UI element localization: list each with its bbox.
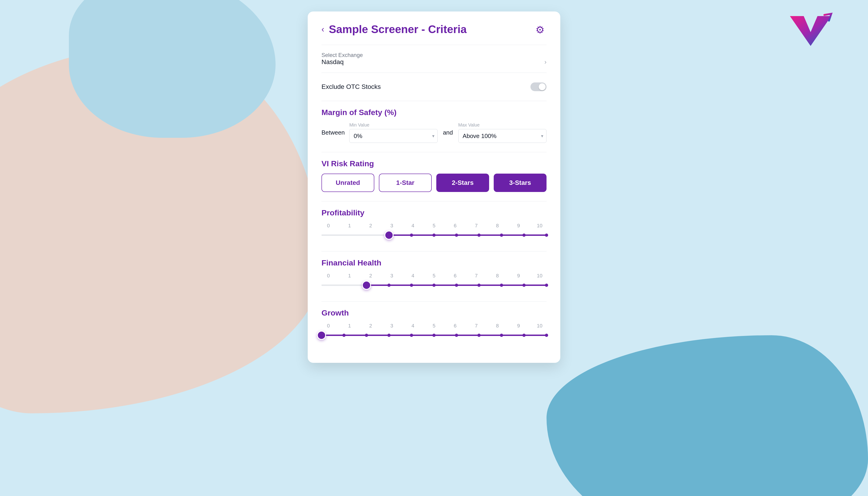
fh-num-3: 3 — [385, 273, 399, 279]
prof-inactive-fill — [322, 234, 389, 236]
fh-num-2: 2 — [364, 273, 377, 279]
gr-num-10: 10 — [533, 323, 546, 329]
background-blob-3 — [69, 0, 276, 138]
and-label: and — [442, 129, 454, 136]
fh-dot-10 — [545, 283, 548, 287]
gr-dot-2 — [365, 334, 368, 337]
fh-dot-7 — [477, 283, 481, 287]
prof-num-6: 6 — [448, 223, 462, 229]
max-label: Max Value — [458, 122, 546, 128]
gr-num-1: 1 — [343, 323, 356, 329]
exchange-chevron-icon: › — [544, 58, 546, 66]
unrated-button[interactable]: Unrated — [322, 174, 374, 192]
profitability-section: Profitability 0 1 2 3 4 5 6 7 8 9 10 — [322, 208, 546, 240]
rating-buttons-row: Unrated 1-Star 2-Stars 3-Stars — [322, 174, 546, 192]
gr-dot-9 — [523, 334, 526, 337]
fh-num-10: 10 — [533, 273, 546, 279]
max-value-wrapper: Max Value Above 100% ▾ — [458, 122, 546, 143]
risk-heading: VI Risk Rating — [322, 159, 546, 168]
gr-dot-6 — [455, 334, 458, 337]
exchange-row[interactable]: Nasdaq › — [322, 58, 546, 66]
financial-health-track-container[interactable] — [322, 281, 546, 290]
vi-risk-rating-section: VI Risk Rating Unrated 1-Star 2-Stars 3-… — [322, 159, 546, 192]
prof-num-7: 7 — [469, 223, 483, 229]
header-left: ‹ Sample Screener - Criteria — [322, 23, 467, 35]
card-header: ‹ Sample Screener - Criteria ⚙ — [322, 23, 546, 35]
gr-dot-3 — [387, 334, 391, 337]
margin-of-safety-section: Margin of Safety (%) Between Min Value 0… — [322, 108, 546, 143]
prof-dot-9 — [523, 234, 526, 237]
fh-dot-4 — [410, 283, 413, 287]
growth-track-container[interactable] — [322, 331, 546, 340]
profitability-track-container[interactable] — [322, 231, 546, 240]
fh-dot-6 — [455, 283, 458, 287]
financial-health-track — [322, 284, 546, 286]
profitability-track — [322, 234, 546, 236]
prof-num-8: 8 — [491, 223, 504, 229]
exchange-value: Nasdaq — [322, 58, 344, 66]
financial-health-heading: Financial Health — [322, 258, 546, 267]
min-value-wrapper: Min Value 0% ▾ — [349, 122, 437, 143]
gr-dot-4 — [410, 334, 413, 337]
2-stars-button[interactable]: 2-Stars — [436, 174, 489, 192]
gr-dot-10 — [545, 334, 548, 337]
prof-dot-6 — [455, 234, 458, 237]
logo-area — [776, 9, 845, 50]
min-label: Min Value — [349, 122, 437, 128]
financial-health-numbers: 0 1 2 3 4 5 6 7 8 9 10 — [322, 273, 546, 279]
fh-dot-5 — [432, 283, 436, 287]
prof-num-10: 10 — [533, 223, 546, 229]
financial-health-thumb[interactable] — [362, 281, 371, 290]
gr-num-7: 7 — [469, 323, 483, 329]
min-dropdown-container: 0% ▾ — [349, 129, 437, 143]
gr-num-3: 3 — [385, 323, 399, 329]
prof-dot-10 — [545, 234, 548, 237]
fh-num-1: 1 — [343, 273, 356, 279]
fh-num-6: 6 — [448, 273, 462, 279]
fh-num-8: 8 — [491, 273, 504, 279]
fh-num-0: 0 — [322, 273, 335, 279]
financial-health-section: Financial Health 0 1 2 3 4 5 6 7 8 9 10 — [322, 258, 546, 290]
exchange-section: Select Exchange Nasdaq › — [322, 52, 546, 66]
exchange-label: Select Exchange — [322, 52, 546, 58]
profitability-thumb[interactable] — [384, 231, 393, 240]
profitability-heading: Profitability — [322, 208, 546, 217]
prof-num-3: 3 — [385, 223, 399, 229]
otc-label: Exclude OTC Stocks — [322, 83, 381, 91]
profitability-numbers: 0 1 2 3 4 5 6 7 8 9 10 — [322, 223, 546, 229]
gr-dot-7 — [477, 334, 481, 337]
gr-num-2: 2 — [364, 323, 377, 329]
max-dropdown-container: Above 100% ▾ — [458, 129, 546, 143]
otc-divider — [322, 101, 546, 101]
gr-num-5: 5 — [427, 323, 441, 329]
prof-num-5: 5 — [427, 223, 441, 229]
max-value-select[interactable]: Above 100% — [458, 129, 546, 143]
growth-thumb[interactable] — [317, 331, 326, 340]
growth-track — [322, 335, 546, 336]
otc-toggle[interactable] — [530, 82, 546, 91]
gr-num-4: 4 — [406, 323, 420, 329]
mos-between-row: Between Min Value 0% ▾ and Max Value Abo… — [322, 122, 546, 143]
prof-num-0: 0 — [322, 223, 335, 229]
background-blob-1 — [0, 46, 322, 413]
prof-dot-7 — [477, 234, 481, 237]
fh-num-7: 7 — [469, 273, 483, 279]
growth-numbers: 0 1 2 3 4 5 6 7 8 9 10 — [322, 323, 546, 329]
min-value-select[interactable]: 0% — [349, 129, 437, 143]
fh-num-9: 9 — [512, 273, 525, 279]
back-button[interactable]: ‹ — [322, 25, 324, 34]
header-divider — [322, 45, 546, 45]
prof-num-1: 1 — [343, 223, 356, 229]
growth-section: Growth 0 1 2 3 4 5 6 7 8 9 10 — [322, 308, 546, 340]
settings-icon[interactable]: ⚙ — [536, 24, 546, 35]
svg-marker-0 — [790, 16, 831, 46]
prof-dot-8 — [500, 234, 503, 237]
3-stars-button[interactable]: 3-Stars — [494, 174, 546, 192]
risk-divider — [322, 201, 546, 201]
page-title: Sample Screener - Criteria — [329, 23, 467, 35]
1-star-button[interactable]: 1-Star — [379, 174, 432, 192]
fh-divider — [322, 301, 546, 301]
mos-divider — [322, 152, 546, 152]
gr-num-8: 8 — [491, 323, 504, 329]
prof-num-2: 2 — [364, 223, 377, 229]
